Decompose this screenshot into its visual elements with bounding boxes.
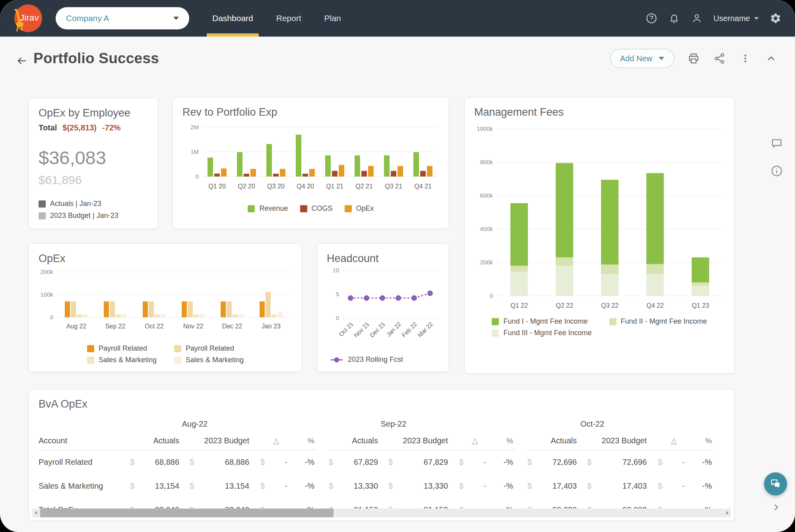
svg-text:2M: 2M bbox=[190, 124, 199, 130]
svg-text:200k: 200k bbox=[40, 268, 53, 275]
chat-bubbles-icon[interactable] bbox=[764, 472, 787, 495]
scroll-left-arrow[interactable] bbox=[32, 509, 39, 517]
bva-col-header: 2023 Budget bbox=[388, 432, 458, 450]
scroll-right-arrow[interactable] bbox=[724, 509, 731, 517]
jirav-logo[interactable]: Jirav bbox=[14, 4, 42, 32]
chart-legend: Fund I - Mgmt Fee IncomeFund II - Mgmt F… bbox=[492, 317, 707, 337]
collapse-chevron-up-icon[interactable] bbox=[765, 52, 778, 65]
bva-spacer bbox=[657, 416, 690, 432]
svg-text:0: 0 bbox=[196, 173, 199, 180]
horizontal-scrollbar[interactable] bbox=[32, 509, 731, 517]
user-menu[interactable]: Username bbox=[714, 14, 759, 23]
add-new-label: Add New bbox=[620, 54, 652, 63]
legend-swatch bbox=[39, 212, 46, 219]
kpi-primary-value: $36,083 bbox=[39, 147, 148, 169]
legend-item[interactable]: Payroll Related bbox=[87, 344, 147, 353]
legend-label: Sales & Marketing bbox=[99, 356, 157, 364]
username-label: Username bbox=[714, 14, 750, 23]
legend-swatch bbox=[174, 357, 181, 364]
more-vert-icon[interactable] bbox=[739, 52, 752, 65]
bva-pct-cell: -% bbox=[690, 450, 714, 474]
logo-wordmark: Jirav bbox=[20, 13, 39, 23]
card-management-fees: Management Fees 0200k400k600k800k1000kQ1… bbox=[464, 97, 735, 374]
legend-item[interactable]: OpEx bbox=[345, 204, 374, 213]
rev-to-portfolio-chart[interactable]: 01M2MQ1 20Q2 20Q3 20Q4 20Q1 21Q2 21Q3 21… bbox=[182, 121, 440, 200]
legend-swatch bbox=[87, 357, 94, 364]
tab-plan[interactable]: Plan bbox=[324, 0, 342, 37]
legend-label: Fund I - Mgmt Fee Income bbox=[503, 317, 588, 326]
svg-text:Nov 22: Nov 22 bbox=[183, 323, 204, 330]
legend-label: OpEx bbox=[356, 204, 374, 213]
legend-item[interactable]: Payroll Related bbox=[174, 344, 234, 353]
bva-group-gap bbox=[317, 450, 329, 474]
legend-swatch bbox=[174, 345, 181, 352]
legend-item[interactable]: Sales & Marketing bbox=[174, 356, 244, 364]
legend-label: Fund II - Mgmt Fee Income bbox=[621, 317, 707, 326]
card-opex-by-employee: OpEx by Employee Total $(25,813) -72% $3… bbox=[29, 98, 158, 229]
total-label: Total bbox=[39, 123, 57, 132]
tab-label: Plan bbox=[324, 14, 341, 23]
svg-text:Aug 22: Aug 22 bbox=[66, 323, 87, 330]
bva-spacer bbox=[458, 416, 492, 432]
tab-dashboard[interactable]: Dashboard bbox=[211, 0, 254, 37]
legend-item[interactable]: Sales & Marketing bbox=[87, 356, 157, 364]
bva-actuals-cell: $13,154 bbox=[130, 474, 190, 498]
kpi-legend: Actuals | Jan-232023 Budget | Jan-23 bbox=[39, 200, 148, 220]
settings-gear-icon[interactable] bbox=[770, 12, 781, 24]
notifications-bell-icon[interactable] bbox=[668, 12, 680, 24]
card-title: Rev to Portfolio Exp bbox=[182, 106, 439, 118]
bva-pct-cell: -% bbox=[293, 450, 317, 474]
svg-text:Jan 23: Jan 23 bbox=[262, 323, 281, 330]
card-title: OpEx bbox=[39, 252, 292, 265]
svg-text:Dec 22: Dec 22 bbox=[222, 323, 242, 330]
svg-text:Oct 21: Oct 21 bbox=[337, 320, 355, 338]
comment-icon[interactable] bbox=[770, 137, 783, 150]
svg-text:Q3 21: Q3 21 bbox=[385, 183, 402, 190]
back-arrow-icon[interactable] bbox=[15, 54, 29, 68]
tab-report[interactable]: Report bbox=[275, 0, 302, 37]
legend-swatch bbox=[300, 205, 307, 212]
management-fees-chart[interactable]: 0200k400k600k800k1000kQ1 22Q2 22Q3 22Q4 … bbox=[474, 122, 725, 313]
svg-text:400k: 400k bbox=[480, 225, 493, 232]
legend-swatch bbox=[609, 318, 617, 325]
chart-legend: RevenueCOGSOpEx bbox=[182, 204, 439, 213]
bva-table: Aug-22Sep-22Oct-22AccountActuals2023 Bud… bbox=[39, 416, 725, 522]
add-new-button[interactable]: Add New bbox=[610, 49, 674, 68]
legend-item[interactable]: COGS bbox=[300, 204, 333, 213]
bva-delta-cell: $- bbox=[260, 450, 293, 474]
svg-text:1M: 1M bbox=[190, 148, 199, 155]
headcount-chart[interactable]: 0510Oct 21Nov 21Dec 21Jan 22Feb 22Mar 22 bbox=[327, 265, 440, 351]
bva-actuals-cell: $13,330 bbox=[329, 474, 388, 498]
chevron-down-icon bbox=[659, 57, 664, 60]
scrollbar-thumb[interactable] bbox=[40, 509, 334, 517]
bva-col-header-pct: % bbox=[492, 432, 516, 450]
bva-pct-cell: -% bbox=[492, 474, 516, 498]
legend-item[interactable]: Fund III - Mgmt Fee Income bbox=[492, 329, 591, 337]
legend-label: Fund III - Mgmt Fee Income bbox=[503, 329, 591, 337]
svg-text:0: 0 bbox=[490, 292, 493, 299]
legend-item[interactable]: Revenue bbox=[248, 204, 288, 213]
bva-col-header-delta: △ bbox=[657, 432, 690, 450]
legend-item[interactable]: 2023 Rolling Fcst bbox=[330, 355, 403, 364]
legend-item[interactable]: Fund I - Mgmt Fee Income bbox=[492, 317, 588, 326]
svg-text:10: 10 bbox=[332, 267, 339, 274]
svg-text:Feb 22: Feb 22 bbox=[400, 320, 418, 338]
info-icon[interactable] bbox=[770, 165, 783, 177]
page-title: Portfolio Success bbox=[33, 50, 159, 67]
svg-text:Sep 22: Sep 22 bbox=[105, 323, 126, 330]
bva-delta-cell: $- bbox=[458, 450, 492, 474]
company-selector[interactable]: Company A bbox=[56, 7, 189, 29]
bva-spacer bbox=[492, 416, 516, 432]
account-person-icon[interactable] bbox=[691, 12, 703, 24]
bva-spacer bbox=[260, 416, 293, 432]
opex-chart[interactable]: 0100k200kAug 22Sep 22Oct 22Nov 22Dec 22J… bbox=[39, 266, 293, 340]
print-icon[interactable] bbox=[687, 52, 700, 65]
share-icon[interactable] bbox=[713, 52, 726, 65]
chevron-right-icon[interactable] bbox=[771, 503, 781, 512]
bva-col-header-pct: % bbox=[293, 432, 317, 450]
card-title: OpEx by Employee bbox=[39, 107, 148, 119]
bva-col-header: 2023 Budget bbox=[587, 432, 657, 450]
card-bva-opex: BvA OpEx Aug-22Sep-22Oct-22AccountActual… bbox=[29, 389, 735, 521]
help-icon[interactable] bbox=[646, 12, 657, 24]
legend-item[interactable]: Fund II - Mgmt Fee Income bbox=[609, 317, 707, 326]
